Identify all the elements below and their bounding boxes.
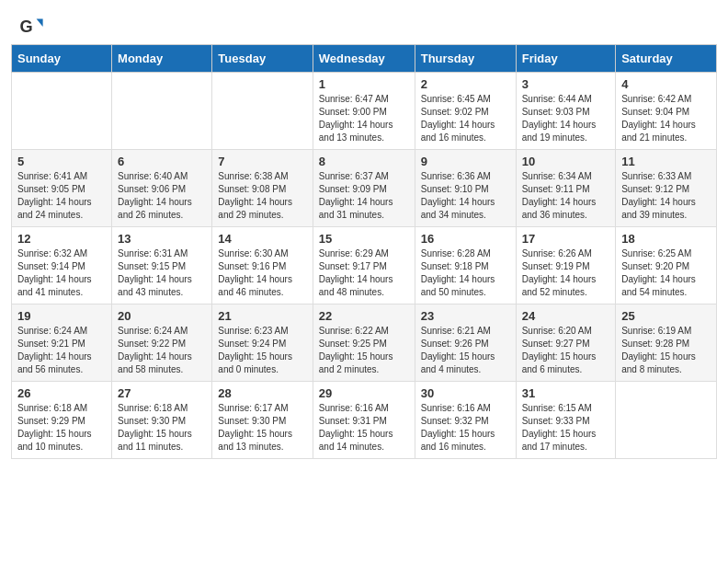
day-cell-18: 18Sunrise: 6:25 AM Sunset: 9:20 PM Dayli… bbox=[616, 227, 717, 304]
day-cell-17: 17Sunrise: 6:26 AM Sunset: 9:19 PM Dayli… bbox=[516, 227, 616, 304]
day-number: 14 bbox=[218, 232, 306, 246]
calendar-table: SundayMondayTuesdayWednesdayThursdayFrid… bbox=[11, 44, 717, 459]
day-number: 1 bbox=[319, 77, 409, 91]
weekday-header-saturday: Saturday bbox=[616, 45, 717, 73]
day-cell-27: 27Sunrise: 6:18 AM Sunset: 9:30 PM Dayli… bbox=[112, 382, 212, 459]
day-number: 25 bbox=[621, 309, 711, 323]
day-number: 22 bbox=[319, 309, 409, 323]
day-number: 17 bbox=[522, 232, 610, 246]
day-cell-28: 28Sunrise: 6:17 AM Sunset: 9:30 PM Dayli… bbox=[212, 382, 313, 459]
day-info: Sunrise: 6:22 AM Sunset: 9:25 PM Dayligh… bbox=[319, 325, 409, 376]
day-number: 13 bbox=[118, 232, 206, 246]
day-cell-25: 25Sunrise: 6:19 AM Sunset: 9:28 PM Dayli… bbox=[616, 304, 717, 382]
day-cell-2: 2Sunrise: 6:45 AM Sunset: 9:02 PM Daylig… bbox=[415, 73, 516, 150]
weekday-header-sunday: Sunday bbox=[12, 45, 112, 73]
day-info: Sunrise: 6:21 AM Sunset: 9:26 PM Dayligh… bbox=[421, 325, 510, 376]
day-info: Sunrise: 6:32 AM Sunset: 9:14 PM Dayligh… bbox=[17, 247, 106, 299]
day-cell-22: 22Sunrise: 6:22 AM Sunset: 9:25 PM Dayli… bbox=[313, 304, 415, 382]
day-info: Sunrise: 6:33 AM Sunset: 9:12 PM Dayligh… bbox=[621, 170, 711, 222]
day-cell-8: 8Sunrise: 6:37 AM Sunset: 9:09 PM Daylig… bbox=[313, 150, 415, 227]
day-info: Sunrise: 6:20 AM Sunset: 9:27 PM Dayligh… bbox=[522, 325, 610, 376]
day-number: 9 bbox=[421, 155, 510, 168]
day-cell-19: 19Sunrise: 6:24 AM Sunset: 9:21 PM Dayli… bbox=[12, 304, 112, 382]
day-info: Sunrise: 6:29 AM Sunset: 9:17 PM Dayligh… bbox=[319, 247, 409, 299]
day-info: Sunrise: 6:36 AM Sunset: 9:10 PM Dayligh… bbox=[421, 170, 510, 222]
day-number: 30 bbox=[421, 386, 510, 400]
day-cell-31: 31Sunrise: 6:15 AM Sunset: 9:33 PM Dayli… bbox=[516, 382, 616, 459]
day-number: 15 bbox=[319, 232, 409, 246]
day-cell-14: 14Sunrise: 6:30 AM Sunset: 9:16 PM Dayli… bbox=[212, 227, 313, 304]
weekday-header-thursday: Thursday bbox=[415, 45, 516, 73]
svg-text:G: G bbox=[19, 17, 32, 36]
day-info: Sunrise: 6:16 AM Sunset: 9:32 PM Dayligh… bbox=[421, 402, 510, 454]
day-number: 18 bbox=[621, 232, 711, 246]
day-cell-16: 16Sunrise: 6:28 AM Sunset: 9:18 PM Dayli… bbox=[415, 227, 516, 304]
day-cell-5: 5Sunrise: 6:41 AM Sunset: 9:05 PM Daylig… bbox=[12, 150, 112, 227]
day-cell-11: 11Sunrise: 6:33 AM Sunset: 9:12 PM Dayli… bbox=[616, 150, 717, 227]
day-number: 19 bbox=[17, 309, 106, 323]
weekday-header-row: SundayMondayTuesdayWednesdayThursdayFrid… bbox=[12, 45, 717, 73]
svg-marker-1 bbox=[37, 19, 43, 27]
day-info: Sunrise: 6:34 AM Sunset: 9:11 PM Dayligh… bbox=[522, 170, 610, 222]
day-number: 26 bbox=[17, 386, 106, 400]
week-row-4: 19Sunrise: 6:24 AM Sunset: 9:21 PM Dayli… bbox=[12, 304, 717, 382]
empty-cell bbox=[12, 73, 112, 150]
empty-cell bbox=[112, 73, 212, 150]
day-number: 20 bbox=[118, 309, 206, 323]
day-info: Sunrise: 6:41 AM Sunset: 9:05 PM Dayligh… bbox=[17, 170, 106, 222]
day-cell-15: 15Sunrise: 6:29 AM Sunset: 9:17 PM Dayli… bbox=[313, 227, 415, 304]
week-row-5: 26Sunrise: 6:18 AM Sunset: 9:29 PM Dayli… bbox=[12, 382, 717, 459]
day-number: 5 bbox=[17, 155, 106, 168]
day-number: 28 bbox=[218, 386, 306, 400]
day-cell-24: 24Sunrise: 6:20 AM Sunset: 9:27 PM Dayli… bbox=[516, 304, 616, 382]
day-info: Sunrise: 6:18 AM Sunset: 9:30 PM Dayligh… bbox=[118, 402, 206, 454]
day-cell-21: 21Sunrise: 6:23 AM Sunset: 9:24 PM Dayli… bbox=[212, 304, 313, 382]
day-info: Sunrise: 6:25 AM Sunset: 9:20 PM Dayligh… bbox=[621, 247, 711, 299]
day-info: Sunrise: 6:24 AM Sunset: 9:21 PM Dayligh… bbox=[17, 325, 106, 376]
page-header: G bbox=[0, 0, 728, 44]
day-number: 16 bbox=[421, 232, 510, 246]
day-cell-6: 6Sunrise: 6:40 AM Sunset: 9:06 PM Daylig… bbox=[112, 150, 212, 227]
day-cell-30: 30Sunrise: 6:16 AM Sunset: 9:32 PM Dayli… bbox=[415, 382, 516, 459]
day-cell-9: 9Sunrise: 6:36 AM Sunset: 9:10 PM Daylig… bbox=[415, 150, 516, 227]
day-info: Sunrise: 6:31 AM Sunset: 9:15 PM Dayligh… bbox=[118, 247, 206, 299]
calendar-wrapper: SundayMondayTuesdayWednesdayThursdayFrid… bbox=[0, 44, 728, 470]
day-info: Sunrise: 6:17 AM Sunset: 9:30 PM Dayligh… bbox=[218, 402, 306, 454]
day-cell-10: 10Sunrise: 6:34 AM Sunset: 9:11 PM Dayli… bbox=[516, 150, 616, 227]
day-info: Sunrise: 6:38 AM Sunset: 9:08 PM Dayligh… bbox=[218, 170, 306, 222]
day-number: 11 bbox=[621, 155, 711, 168]
day-info: Sunrise: 6:19 AM Sunset: 9:28 PM Dayligh… bbox=[621, 325, 711, 376]
day-info: Sunrise: 6:28 AM Sunset: 9:18 PM Dayligh… bbox=[421, 247, 510, 299]
logo: G bbox=[18, 14, 48, 40]
day-info: Sunrise: 6:30 AM Sunset: 9:16 PM Dayligh… bbox=[218, 247, 306, 299]
day-info: Sunrise: 6:42 AM Sunset: 9:04 PM Dayligh… bbox=[621, 93, 711, 144]
day-number: 21 bbox=[218, 309, 306, 323]
day-cell-4: 4Sunrise: 6:42 AM Sunset: 9:04 PM Daylig… bbox=[616, 73, 717, 150]
day-cell-1: 1Sunrise: 6:47 AM Sunset: 9:00 PM Daylig… bbox=[313, 73, 415, 150]
weekday-header-tuesday: Tuesday bbox=[212, 45, 313, 73]
weekday-header-monday: Monday bbox=[112, 45, 212, 73]
day-cell-13: 13Sunrise: 6:31 AM Sunset: 9:15 PM Dayli… bbox=[112, 227, 212, 304]
day-info: Sunrise: 6:23 AM Sunset: 9:24 PM Dayligh… bbox=[218, 325, 306, 376]
day-cell-26: 26Sunrise: 6:18 AM Sunset: 9:29 PM Dayli… bbox=[12, 382, 112, 459]
week-row-1: 1Sunrise: 6:47 AM Sunset: 9:00 PM Daylig… bbox=[12, 73, 717, 150]
day-number: 6 bbox=[118, 155, 206, 168]
day-cell-7: 7Sunrise: 6:38 AM Sunset: 9:08 PM Daylig… bbox=[212, 150, 313, 227]
logo-icon: G bbox=[18, 14, 44, 40]
day-number: 27 bbox=[118, 386, 206, 400]
day-info: Sunrise: 6:16 AM Sunset: 9:31 PM Dayligh… bbox=[319, 402, 409, 454]
day-number: 4 bbox=[621, 77, 711, 91]
day-number: 23 bbox=[421, 309, 510, 323]
day-number: 2 bbox=[421, 77, 510, 91]
day-info: Sunrise: 6:24 AM Sunset: 9:22 PM Dayligh… bbox=[118, 325, 206, 376]
weekday-header-friday: Friday bbox=[516, 45, 616, 73]
day-cell-20: 20Sunrise: 6:24 AM Sunset: 9:22 PM Dayli… bbox=[112, 304, 212, 382]
day-number: 29 bbox=[319, 386, 409, 400]
day-info: Sunrise: 6:15 AM Sunset: 9:33 PM Dayligh… bbox=[522, 402, 610, 454]
day-cell-29: 29Sunrise: 6:16 AM Sunset: 9:31 PM Dayli… bbox=[313, 382, 415, 459]
weekday-header-wednesday: Wednesday bbox=[313, 45, 415, 73]
day-cell-12: 12Sunrise: 6:32 AM Sunset: 9:14 PM Dayli… bbox=[12, 227, 112, 304]
day-info: Sunrise: 6:18 AM Sunset: 9:29 PM Dayligh… bbox=[17, 402, 106, 454]
day-number: 31 bbox=[522, 386, 610, 400]
day-number: 12 bbox=[17, 232, 106, 246]
